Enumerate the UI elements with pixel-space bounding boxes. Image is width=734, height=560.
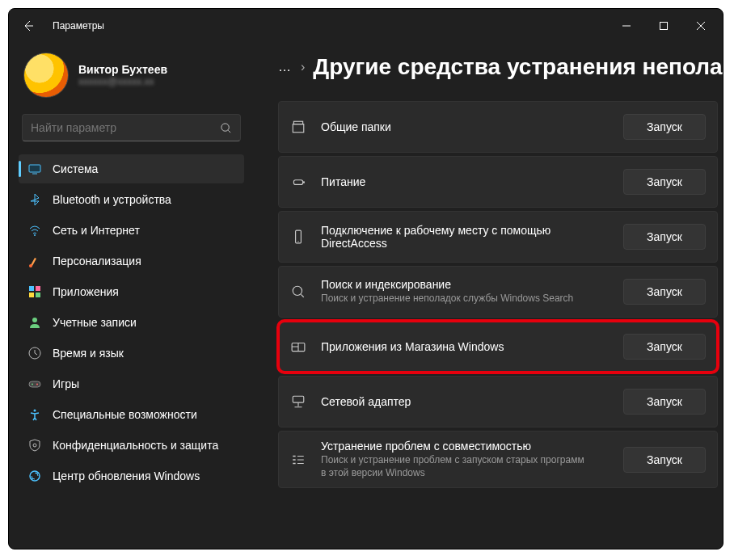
profile-email: xxxxxx@xxxxx.xx [78,76,167,87]
bluetooth-icon [28,193,41,206]
update-icon [28,469,41,482]
sidebar-item-label: Время и язык [53,347,124,360]
item-subtitle: Поиск и устранение проблем с запуском ст… [321,454,588,479]
sidebar-item-update[interactable]: Центр обновления Windows [19,461,244,491]
sidebar-item-privacy[interactable]: Конфиденциальность и защита [19,431,244,460]
back-button[interactable] [12,10,44,42]
phone-icon [290,229,306,244]
privacy-icon [28,439,41,452]
svg-rect-2 [29,165,40,172]
gaming-icon [28,377,41,390]
sidebar-item-label: Персонализация [53,255,141,267]
search-input[interactable] [31,121,220,134]
time-icon [28,347,41,360]
item-title: Сетевой адаптер [321,395,609,408]
svg-point-3 [34,234,36,236]
run-button[interactable]: Запуск [623,334,706,360]
svg-point-1 [221,123,229,130]
minimize-button[interactable] [608,10,645,42]
breadcrumb: … › Другие средства устранения непола [278,43,718,101]
sidebar-item-label: Сеть и Интернет [53,224,140,237]
power-icon [290,175,306,189]
item-title: Устранение проблем с совместимостью [321,440,609,453]
compat-icon [290,453,306,467]
run-button[interactable]: Запуск [623,114,706,140]
sidebar-item-label: Конфиденциальность и защита [53,439,218,452]
item-subtitle: Поиск и устранение неполадок службы Wind… [321,293,588,305]
item-title: Питание [321,175,609,188]
sidebar-item-time[interactable]: Время и язык [19,339,244,368]
run-button[interactable]: Запуск [623,169,706,195]
troubleshooter-item[interactable]: Сетевой адаптер Запуск [278,376,718,427]
settings-window: Параметры Виктор Бухтеев xxxxxx@xxxxx.xx… [8,8,723,549]
close-icon [697,22,705,30]
apps-icon [28,285,41,298]
window-title: Параметры [53,20,104,32]
run-button[interactable]: Запуск [623,279,706,305]
sidebar-item-label: Учетные записи [53,316,137,329]
item-title: Общие папки [321,120,609,133]
chevron-right-icon: › [301,60,305,74]
sidebar: Виктор Бухтеев xxxxxx@xxxxx.xx Система B… [9,43,254,549]
svg-rect-18 [293,124,304,133]
sidebar-item-account[interactable]: Учетные записи [19,308,244,337]
troubleshooter-item[interactable]: Приложения из Магазина Windows Запуск [278,321,718,373]
sidebar-item-wifi[interactable]: Сеть и Интернет [19,216,244,245]
account-icon [28,316,41,329]
troubleshooter-item[interactable]: Устранение проблем с совместимостью Поис… [278,431,718,488]
run-button[interactable]: Запуск [623,224,706,250]
close-button[interactable] [682,10,719,42]
svg-point-13 [36,384,38,385]
sidebar-item-system[interactable]: Система [19,154,244,183]
run-button[interactable]: Запуск [623,447,706,473]
apps-icon [290,339,306,354]
svg-rect-5 [29,286,34,291]
item-title: Поиск и индексирование [321,278,609,291]
access-icon [28,408,41,421]
sidebar-item-access[interactable]: Специальные возможности [19,400,244,429]
wifi-icon [28,224,41,237]
breadcrumb-more-button[interactable]: … [278,60,293,74]
svg-point-9 [32,318,37,322]
svg-rect-6 [36,286,40,291]
brush-icon [28,255,41,267]
troubleshooter-item[interactable]: Поиск и индексирование Поиск и устранени… [278,266,718,318]
svg-point-15 [33,444,36,447]
troubleshooter-item[interactable]: Питание Запуск [278,156,718,208]
sidebar-item-brush[interactable]: Персонализация [19,246,244,276]
sidebar-item-label: Система [53,162,98,175]
avatar [23,53,69,98]
system-icon [28,162,41,175]
svg-point-12 [32,384,33,385]
troubleshooter-item[interactable]: Общие папки Запуск [278,101,718,153]
sidebar-item-gaming[interactable]: Игры [19,369,244,398]
svg-point-4 [29,264,32,267]
search-icon [220,122,232,134]
search-box[interactable] [22,114,241,141]
page-title: Другие средства устранения непола [313,54,722,80]
content-area[interactable]: … › Другие средства устранения непола Об… [254,43,723,549]
item-title: Подключение к рабочему месту с помощью D… [321,224,609,250]
svg-point-22 [297,241,298,242]
search-icon [290,284,306,299]
sidebar-item-label: Центр обновления Windows [53,469,200,482]
run-button[interactable]: Запуск [623,389,706,415]
profile-name: Виктор Бухтеев [78,63,167,76]
sidebar-item-apps[interactable]: Приложения [19,277,244,306]
sidebar-item-bluetooth[interactable]: Bluetooth и устройства [19,185,244,214]
profile-block[interactable]: Виктор Бухтеев xxxxxx@xxxxx.xx [19,43,244,114]
sidebar-item-label: Приложения [53,285,119,298]
svg-point-23 [293,286,302,295]
folder-icon [290,120,306,134]
sidebar-item-label: Специальные возможности [53,408,197,421]
svg-rect-0 [660,23,668,30]
sidebar-item-label: Игры [53,377,79,390]
troubleshooter-item[interactable]: Подключение к рабочему месту с помощью D… [278,211,718,263]
svg-point-14 [34,410,36,412]
titlebar: Параметры [9,9,723,43]
maximize-button[interactable] [645,10,682,42]
svg-rect-11 [29,381,40,387]
window-controls [608,10,719,42]
svg-rect-8 [36,293,40,297]
svg-rect-20 [303,181,305,183]
